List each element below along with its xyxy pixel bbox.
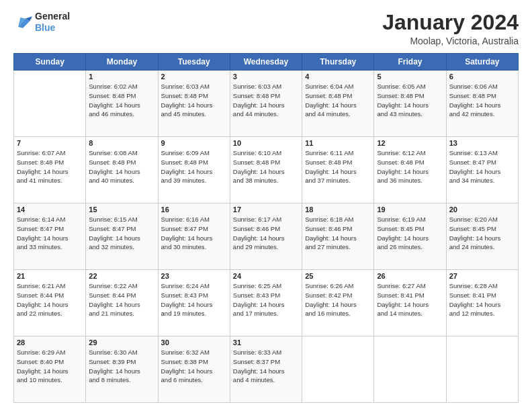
day-info: Sunrise: 6:29 AM Sunset: 8:40 PM Dayligh… bbox=[17, 348, 83, 385]
day-number: 19 bbox=[377, 205, 443, 214]
calendar-cell: 27Sunrise: 6:28 AM Sunset: 8:41 PM Dayli… bbox=[446, 270, 518, 336]
calendar-cell: 29Sunrise: 6:30 AM Sunset: 8:39 PM Dayli… bbox=[86, 336, 158, 403]
header: General Blue January 2024 Moolap, Victor… bbox=[13, 11, 519, 46]
day-info: Sunrise: 6:10 AM Sunset: 8:48 PM Dayligh… bbox=[233, 148, 299, 185]
calendar-cell: 28Sunrise: 6:29 AM Sunset: 8:40 PM Dayli… bbox=[14, 336, 86, 403]
logo: General Blue bbox=[13, 11, 70, 34]
day-number: 4 bbox=[305, 73, 371, 81]
week-row-2: 7Sunrise: 6:07 AM Sunset: 8:48 PM Daylig… bbox=[14, 137, 519, 203]
day-number: 11 bbox=[305, 139, 371, 147]
day-info: Sunrise: 6:03 AM Sunset: 8:48 PM Dayligh… bbox=[233, 82, 299, 119]
logo-icon bbox=[13, 13, 32, 32]
calendar-cell: 23Sunrise: 6:24 AM Sunset: 8:43 PM Dayli… bbox=[158, 270, 230, 336]
calendar-cell: 11Sunrise: 6:11 AM Sunset: 8:48 PM Dayli… bbox=[302, 137, 374, 203]
calendar-cell: 20Sunrise: 6:20 AM Sunset: 8:45 PM Dayli… bbox=[446, 203, 518, 270]
title-block: January 2024 Moolap, Victoria, Australia bbox=[382, 11, 519, 46]
calendar-cell: 24Sunrise: 6:25 AM Sunset: 8:43 PM Dayli… bbox=[230, 270, 302, 336]
header-sunday: Sunday bbox=[14, 54, 86, 71]
calendar-cell: 1Sunrise: 6:02 AM Sunset: 8:48 PM Daylig… bbox=[86, 71, 158, 137]
main-title: January 2024 bbox=[382, 11, 519, 34]
calendar-table: Sunday Monday Tuesday Wednesday Thursday… bbox=[13, 53, 519, 403]
calendar-cell: 6Sunrise: 6:06 AM Sunset: 8:48 PM Daylig… bbox=[446, 71, 518, 137]
header-wednesday: Wednesday bbox=[230, 54, 302, 71]
day-info: Sunrise: 6:30 AM Sunset: 8:39 PM Dayligh… bbox=[89, 348, 154, 385]
day-info: Sunrise: 6:05 AM Sunset: 8:48 PM Dayligh… bbox=[377, 82, 443, 119]
header-saturday: Saturday bbox=[446, 54, 518, 71]
day-info: Sunrise: 6:13 AM Sunset: 8:47 PM Dayligh… bbox=[449, 148, 515, 185]
calendar-cell: 14Sunrise: 6:14 AM Sunset: 8:47 PM Dayli… bbox=[14, 203, 86, 270]
day-info: Sunrise: 6:33 AM Sunset: 8:37 PM Dayligh… bbox=[233, 348, 299, 385]
header-friday: Friday bbox=[374, 54, 446, 71]
day-number: 24 bbox=[233, 272, 299, 280]
day-number: 2 bbox=[161, 73, 227, 81]
calendar-cell: 26Sunrise: 6:27 AM Sunset: 8:41 PM Dayli… bbox=[374, 270, 446, 336]
calendar-cell: 12Sunrise: 6:12 AM Sunset: 8:48 PM Dayli… bbox=[374, 137, 446, 203]
calendar-cell bbox=[446, 336, 518, 403]
day-info: Sunrise: 6:09 AM Sunset: 8:48 PM Dayligh… bbox=[161, 148, 227, 185]
day-number: 29 bbox=[89, 338, 154, 347]
day-info: Sunrise: 6:06 AM Sunset: 8:48 PM Dayligh… bbox=[449, 82, 515, 119]
calendar-cell: 18Sunrise: 6:18 AM Sunset: 8:46 PM Dayli… bbox=[302, 203, 374, 270]
calendar-cell: 25Sunrise: 6:26 AM Sunset: 8:42 PM Dayli… bbox=[302, 270, 374, 336]
day-number: 15 bbox=[89, 205, 154, 214]
day-info: Sunrise: 6:24 AM Sunset: 8:43 PM Dayligh… bbox=[161, 281, 227, 318]
day-number: 12 bbox=[377, 139, 443, 147]
day-info: Sunrise: 6:25 AM Sunset: 8:43 PM Dayligh… bbox=[233, 281, 299, 318]
week-row-4: 21Sunrise: 6:21 AM Sunset: 8:44 PM Dayli… bbox=[14, 270, 519, 336]
calendar-cell: 30Sunrise: 6:32 AM Sunset: 8:38 PM Dayli… bbox=[158, 336, 230, 403]
calendar-cell: 13Sunrise: 6:13 AM Sunset: 8:47 PM Dayli… bbox=[446, 137, 518, 203]
day-number: 13 bbox=[449, 139, 515, 147]
calendar-cell bbox=[374, 336, 446, 403]
day-info: Sunrise: 6:19 AM Sunset: 8:45 PM Dayligh… bbox=[377, 215, 443, 252]
day-number: 18 bbox=[305, 205, 371, 214]
day-info: Sunrise: 6:20 AM Sunset: 8:45 PM Dayligh… bbox=[449, 215, 515, 252]
calendar-cell: 21Sunrise: 6:21 AM Sunset: 8:44 PM Dayli… bbox=[14, 270, 86, 336]
day-number: 21 bbox=[17, 272, 83, 280]
day-number: 23 bbox=[161, 272, 227, 280]
calendar-cell: 9Sunrise: 6:09 AM Sunset: 8:48 PM Daylig… bbox=[158, 137, 230, 203]
day-number: 28 bbox=[17, 338, 83, 347]
day-info: Sunrise: 6:03 AM Sunset: 8:48 PM Dayligh… bbox=[161, 82, 227, 119]
day-number: 14 bbox=[17, 205, 83, 214]
day-number: 9 bbox=[161, 139, 227, 147]
calendar-cell: 8Sunrise: 6:08 AM Sunset: 8:48 PM Daylig… bbox=[86, 137, 158, 203]
week-row-1: 1Sunrise: 6:02 AM Sunset: 8:48 PM Daylig… bbox=[14, 71, 519, 137]
calendar-cell: 16Sunrise: 6:16 AM Sunset: 8:47 PM Dayli… bbox=[158, 203, 230, 270]
day-info: Sunrise: 6:28 AM Sunset: 8:41 PM Dayligh… bbox=[449, 281, 515, 318]
day-number: 8 bbox=[89, 139, 154, 147]
day-info: Sunrise: 6:07 AM Sunset: 8:48 PM Dayligh… bbox=[17, 148, 83, 185]
calendar-cell: 31Sunrise: 6:33 AM Sunset: 8:37 PM Dayli… bbox=[230, 336, 302, 403]
day-info: Sunrise: 6:16 AM Sunset: 8:47 PM Dayligh… bbox=[161, 215, 227, 252]
day-number: 6 bbox=[449, 73, 515, 81]
calendar-cell: 15Sunrise: 6:15 AM Sunset: 8:47 PM Dayli… bbox=[86, 203, 158, 270]
day-number: 30 bbox=[161, 338, 227, 347]
day-info: Sunrise: 6:08 AM Sunset: 8:48 PM Dayligh… bbox=[89, 148, 154, 185]
week-row-5: 28Sunrise: 6:29 AM Sunset: 8:40 PM Dayli… bbox=[14, 336, 519, 403]
calendar-cell: 19Sunrise: 6:19 AM Sunset: 8:45 PM Dayli… bbox=[374, 203, 446, 270]
day-number: 20 bbox=[449, 205, 515, 214]
week-row-3: 14Sunrise: 6:14 AM Sunset: 8:47 PM Dayli… bbox=[14, 203, 519, 270]
day-number: 3 bbox=[233, 73, 299, 81]
days-header-row: Sunday Monday Tuesday Wednesday Thursday… bbox=[14, 54, 519, 71]
day-info: Sunrise: 6:26 AM Sunset: 8:42 PM Dayligh… bbox=[305, 281, 371, 318]
day-info: Sunrise: 6:27 AM Sunset: 8:41 PM Dayligh… bbox=[377, 281, 443, 318]
day-number: 22 bbox=[89, 272, 154, 280]
subtitle: Moolap, Victoria, Australia bbox=[382, 36, 519, 46]
page: General Blue January 2024 Moolap, Victor… bbox=[0, 0, 532, 411]
calendar-cell bbox=[14, 71, 86, 137]
logo-text: General Blue bbox=[35, 11, 70, 34]
calendar-cell: 10Sunrise: 6:10 AM Sunset: 8:48 PM Dayli… bbox=[230, 137, 302, 203]
day-info: Sunrise: 6:15 AM Sunset: 8:47 PM Dayligh… bbox=[89, 215, 154, 252]
day-number: 31 bbox=[233, 338, 299, 347]
calendar-cell: 5Sunrise: 6:05 AM Sunset: 8:48 PM Daylig… bbox=[374, 71, 446, 137]
day-info: Sunrise: 6:21 AM Sunset: 8:44 PM Dayligh… bbox=[17, 281, 83, 318]
day-info: Sunrise: 6:14 AM Sunset: 8:47 PM Dayligh… bbox=[17, 215, 83, 252]
calendar-cell: 3Sunrise: 6:03 AM Sunset: 8:48 PM Daylig… bbox=[230, 71, 302, 137]
day-number: 17 bbox=[233, 205, 299, 214]
calendar-cell bbox=[302, 336, 374, 403]
calendar-cell: 4Sunrise: 6:04 AM Sunset: 8:48 PM Daylig… bbox=[302, 71, 374, 137]
day-info: Sunrise: 6:22 AM Sunset: 8:44 PM Dayligh… bbox=[89, 281, 154, 318]
day-number: 7 bbox=[17, 139, 83, 147]
day-info: Sunrise: 6:18 AM Sunset: 8:46 PM Dayligh… bbox=[305, 215, 371, 252]
day-info: Sunrise: 6:11 AM Sunset: 8:48 PM Dayligh… bbox=[305, 148, 371, 185]
